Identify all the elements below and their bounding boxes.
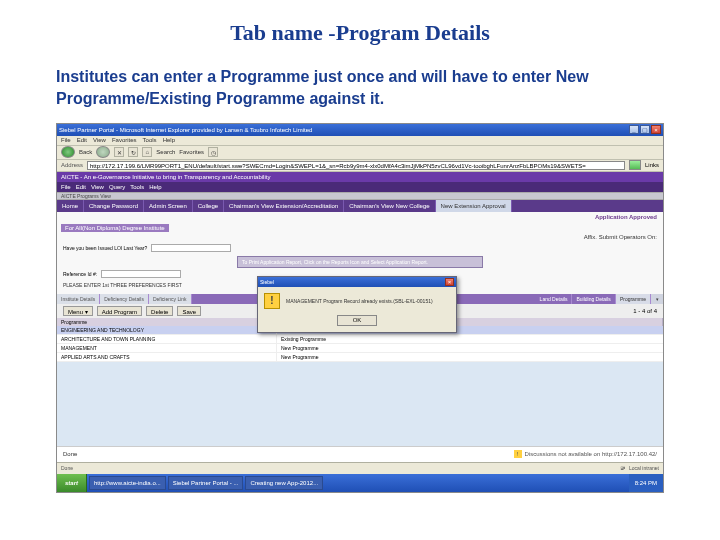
screenshot-window: Siebel Partner Portal - Microsoft Intern… xyxy=(56,123,664,493)
dialog-message: MANAGEMENT Program Record already exists… xyxy=(286,298,450,304)
status-badge: Application Approved xyxy=(595,214,657,220)
url-input[interactable]: http://172.17.199.6/LMR99PORT1_ENU/defau… xyxy=(87,161,625,170)
loi-question-label: Have you been Issued LOI Last Year? xyxy=(63,245,147,251)
table-row[interactable]: ARCHITECTURE AND TOWN PLANNING Existing … xyxy=(57,335,663,344)
system-tray[interactable]: 8:24 PM xyxy=(629,474,663,492)
address-label: Address xyxy=(61,162,83,168)
tray-clock: 8:24 PM xyxy=(635,480,657,486)
links-label[interactable]: Links xyxy=(645,162,659,168)
page-subtitle: Institutes can enter a Programme just on… xyxy=(56,66,664,111)
ie-toolbar: Back ✕ ↻ ⌂ Search Favorites ◷ xyxy=(57,146,663,160)
alert-icon: ! xyxy=(514,450,522,458)
done-label: Done xyxy=(63,451,77,457)
subtab-institute-details[interactable]: Institute Details xyxy=(57,294,100,304)
record-counter: 1 - 4 of 4 xyxy=(633,308,657,314)
back-button[interactable] xyxy=(61,146,75,158)
history-icon[interactable]: ◷ xyxy=(208,147,218,157)
table-row[interactable]: MANAGEMENT New Programme xyxy=(57,344,663,353)
delete-button[interactable]: Delete xyxy=(146,306,173,316)
app-menu-help[interactable]: Help xyxy=(149,184,161,190)
warning-icon: ! xyxy=(264,293,280,309)
dialog-ok-button[interactable]: OK xyxy=(337,315,377,326)
subtab-building-details[interactable]: Building Details xyxy=(572,294,615,304)
app-menu-tools[interactable]: Tools xyxy=(130,184,144,190)
preferences-note: PLEASE ENTER 1st THREE PREFERENCES FIRST xyxy=(63,282,182,288)
dialog-close-button[interactable]: × xyxy=(445,278,454,286)
start-button[interactable]: start xyxy=(57,474,87,492)
subtab-dropdown-icon[interactable]: ▾ xyxy=(651,294,663,304)
maximize-button[interactable]: ▢ xyxy=(640,125,650,134)
favorites-label[interactable]: Favorites xyxy=(179,149,204,155)
ie-menu-file[interactable]: File xyxy=(61,137,71,143)
subtitle-emphasis: Institutes can enter a Programme just on… xyxy=(56,68,384,85)
ie-menu-favorites[interactable]: Favorites xyxy=(112,137,137,143)
cell-programme: ENGINEERING AND TECHNOLOGY xyxy=(57,326,277,334)
page-title: Tab name -Program Details xyxy=(56,20,664,46)
taskbar-item[interactable]: Creating new App-2012... xyxy=(245,476,323,490)
discussion-warning-text: Discussions not available on http://172.… xyxy=(525,451,657,457)
windows-taskbar: start http://www.aicte-india.o... Siebel… xyxy=(57,474,663,492)
discussion-warning: ! Discussions not available on http://17… xyxy=(514,450,657,458)
cell-programme: APPLIED ARTS AND CRAFTS xyxy=(57,353,277,361)
subtab-land-details[interactable]: Land Details xyxy=(536,294,573,304)
close-button[interactable]: × xyxy=(651,125,661,134)
subtab-deficiency-link[interactable]: Deficiency Link xyxy=(149,294,192,304)
ie-menu-view[interactable]: View xyxy=(93,137,106,143)
app-menu-edit[interactable]: Edit xyxy=(76,184,86,190)
app-titlebar: AICTE - An e-Governance Initiative to br… xyxy=(57,172,663,182)
search-label[interactable]: Search xyxy=(156,149,175,155)
subtab-deficiency-details[interactable]: Deficiency Details xyxy=(100,294,149,304)
stop-icon[interactable]: ✕ xyxy=(114,147,124,157)
tab-chairman-extension[interactable]: Chairman's View Extension/Accreditation xyxy=(224,200,344,212)
ie-menu-help[interactable]: Help xyxy=(163,137,175,143)
forward-button[interactable] xyxy=(96,146,110,158)
tab-college[interactable]: College xyxy=(193,200,224,212)
submit-operators-label: Affix. Submit Operators On: xyxy=(584,234,657,240)
tab-new-extension-approval[interactable]: New Extension Approval xyxy=(436,200,512,212)
go-button[interactable] xyxy=(629,160,641,170)
subtab-programme[interactable]: Programme xyxy=(616,294,651,304)
tab-chairman-new[interactable]: Chairman's View New College xyxy=(344,200,435,212)
tab-admin-screen[interactable]: Admin Screen xyxy=(144,200,193,212)
tab-home[interactable]: Home xyxy=(57,200,84,212)
loi-input[interactable] xyxy=(151,244,231,252)
error-dialog: Siebel × ! MANAGEMENT Program Record alr… xyxy=(257,276,457,333)
cell-newprog: Existing Programme xyxy=(277,335,663,343)
app-menubar: File Edit View Query Tools Help xyxy=(57,182,663,192)
ie-titlebar: Siebel Partner Portal - Microsoft Intern… xyxy=(57,124,663,136)
col-programme[interactable]: Programme xyxy=(57,318,277,326)
print-hint: To Print Application Report, Click on th… xyxy=(237,256,483,268)
ie-menu-tools[interactable]: Tools xyxy=(143,137,157,143)
taskbar-item[interactable]: http://www.aicte-india.o... xyxy=(89,476,166,490)
minimize-button[interactable]: _ xyxy=(629,125,639,134)
taskbar-item[interactable]: Siebel Partner Portal - ... xyxy=(168,476,244,490)
app-menu-file[interactable]: File xyxy=(61,184,71,190)
main-tabs: Home Change Password Admin Screen Colleg… xyxy=(57,200,663,212)
save-button[interactable]: Save xyxy=(177,306,201,316)
section-header: For All(Non Diploma) Degree Institute xyxy=(61,224,169,232)
home-icon[interactable]: ⌂ xyxy=(142,147,152,157)
page-footer: Done ! Discussions not available on http… xyxy=(57,446,663,462)
ie-window-title: Siebel Partner Portal - Microsoft Intern… xyxy=(59,127,628,133)
back-label: Back xyxy=(79,149,92,155)
menu-button[interactable]: Menu ▾ xyxy=(63,306,93,316)
refresh-icon[interactable]: ↻ xyxy=(128,147,138,157)
cell-programme: ARCHITECTURE AND TOWN PLANNING xyxy=(57,335,277,343)
app-menu-query[interactable]: Query xyxy=(109,184,125,190)
ie-menubar: File Edit View Favorites Tools Help xyxy=(57,136,663,146)
status-left: Done xyxy=(61,465,73,471)
tab-change-password[interactable]: Change Password xyxy=(84,200,144,212)
cell-newprog: New Programme xyxy=(277,344,663,352)
ie-menu-edit[interactable]: Edit xyxy=(77,137,87,143)
reference-input[interactable] xyxy=(101,270,181,278)
table-row[interactable]: APPLIED ARTS AND CRAFTS New Programme xyxy=(57,353,663,362)
add-program-button[interactable]: Add Program xyxy=(97,306,142,316)
dialog-titlebar: Siebel × xyxy=(258,277,456,287)
ie-statusbar: Done 🖳 Local intranet xyxy=(57,462,663,474)
status-zone: Local intranet xyxy=(629,465,659,471)
dialog-title: Siebel xyxy=(260,279,274,285)
ie-addressbar: Address http://172.17.199.6/LMR99PORT1_E… xyxy=(57,160,663,172)
app-menu-view[interactable]: View xyxy=(91,184,104,190)
cell-programme: MANAGEMENT xyxy=(57,344,277,352)
cell-newprog: New Programme xyxy=(277,353,663,361)
